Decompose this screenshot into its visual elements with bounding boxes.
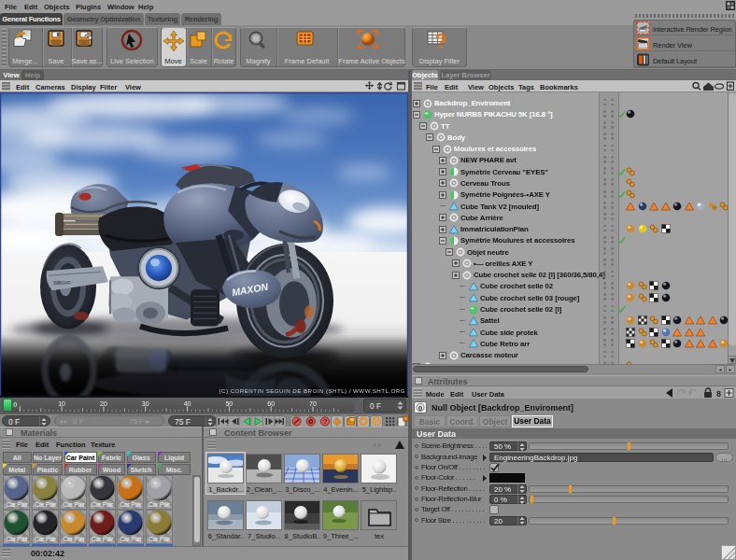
svg-text:50: 50 bbox=[225, 400, 233, 407]
svg-text:40: 40 bbox=[184, 400, 191, 407]
svg-text:(C) CORENTIN SEGUIN DE BROIN (: (C) CORENTIN SEGUIN DE BROIN (SHTL) / WW… bbox=[219, 387, 405, 394]
svg-text:70: 70 bbox=[309, 400, 317, 407]
svg-text:60: 60 bbox=[267, 400, 275, 407]
svg-text:8: 8 bbox=[716, 389, 721, 399]
svg-text:10: 10 bbox=[58, 400, 65, 407]
svg-text:P: P bbox=[375, 418, 379, 425]
svg-text:20: 20 bbox=[100, 400, 107, 407]
svg-text:30: 30 bbox=[142, 400, 149, 407]
svg-text:?: ? bbox=[323, 417, 328, 426]
svg-text:0: 0 bbox=[418, 404, 423, 413]
